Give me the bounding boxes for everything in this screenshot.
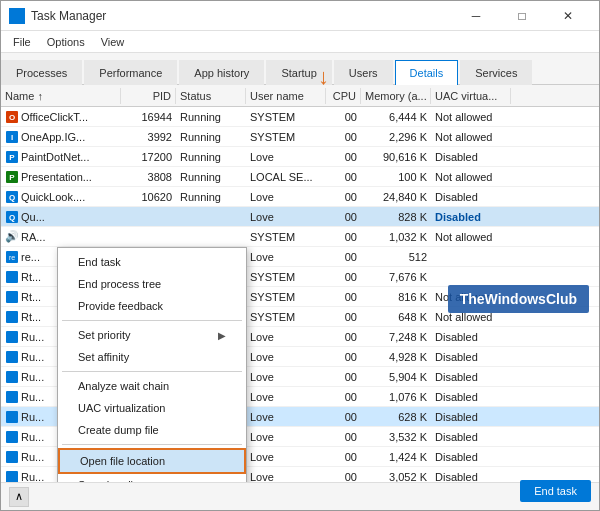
tab-services[interactable]: Services: [460, 60, 532, 85]
process-icon: [5, 470, 19, 483]
col-header-status[interactable]: Status: [176, 88, 246, 104]
svg-rect-28: [6, 471, 18, 483]
cell-user: LOCAL SE...: [246, 170, 326, 184]
status-arrow-left[interactable]: ∧: [9, 487, 29, 507]
cell-name: 🔊 RA...: [1, 229, 121, 245]
ctx-end-task[interactable]: End task: [58, 251, 246, 273]
cell-user: Love: [246, 150, 326, 164]
svg-rect-25: [6, 411, 18, 423]
end-task-button[interactable]: End task: [520, 480, 591, 502]
menu-view[interactable]: View: [93, 34, 133, 50]
process-icon: [5, 350, 19, 364]
cell-memory: 828 K: [361, 210, 431, 224]
cell-cpu: 00: [326, 210, 361, 224]
cell-name: P PaintDotNet...: [1, 149, 121, 165]
cell-pid: 3992: [121, 130, 176, 144]
cell-user: SYSTEM: [246, 110, 326, 124]
ctx-search-online[interactable]: Search online: [58, 474, 246, 482]
table-area: Name ↑ PID Status User name CPU Memory (…: [1, 85, 599, 482]
cell-cpu: 00: [326, 150, 361, 164]
table-row[interactable]: P Presentation... 3808 Running LOCAL SE.…: [1, 167, 599, 187]
cell-cpu: 00: [326, 110, 361, 124]
cell-memory: 1,076 K: [361, 390, 431, 404]
cell-user: Love: [246, 390, 326, 404]
cell-memory: 816 K: [361, 290, 431, 304]
cell-user: Love: [246, 470, 326, 483]
cell-status: Running: [176, 110, 246, 124]
table-row[interactable]: I OneApp.IG... 3992 Running SYSTEM 00 2,…: [1, 127, 599, 147]
cell-memory: 3,532 K: [361, 430, 431, 444]
cell-uac: Disabled: [431, 210, 511, 224]
process-icon: [5, 430, 19, 444]
ctx-end-process-tree[interactable]: End process tree: [58, 273, 246, 295]
cell-uac: Disabled: [431, 370, 511, 384]
col-header-pid[interactable]: PID: [121, 88, 176, 104]
cell-cpu: 00: [326, 450, 361, 464]
cell-user: SYSTEM: [246, 130, 326, 144]
cell-user: Love: [246, 430, 326, 444]
table-row[interactable]: P PaintDotNet... 17200 Running Love 00 9…: [1, 147, 599, 167]
cell-user: Love: [246, 190, 326, 204]
svg-text:P: P: [9, 173, 15, 182]
col-header-name[interactable]: Name ↑: [1, 88, 121, 104]
svg-rect-2: [11, 17, 16, 22]
cell-user: Love: [246, 370, 326, 384]
table-row-selected[interactable]: Q Qu... Love 00 828 K Disabled: [1, 207, 599, 227]
table-row[interactable]: 🔊 RA... SYSTEM 00 1,032 K Not allowed: [1, 227, 599, 247]
ctx-create-dump-file[interactable]: Create dump file: [58, 419, 246, 441]
cell-status: [176, 216, 246, 218]
ctx-set-affinity[interactable]: Set affinity: [58, 346, 246, 368]
process-icon: [5, 370, 19, 384]
minimize-button[interactable]: ─: [453, 1, 499, 31]
menu-bar: File Options View: [1, 31, 599, 53]
ctx-analyze-wait-chain[interactable]: Analyze wait chain: [58, 375, 246, 397]
svg-rect-21: [6, 331, 18, 343]
tab-app-history[interactable]: App history: [179, 60, 264, 85]
tab-details[interactable]: Details: [395, 60, 459, 85]
cell-memory: 3,052 K: [361, 470, 431, 483]
ctx-uac-virtualization[interactable]: UAC virtualization: [58, 397, 246, 419]
status-bar: ∧ End task: [1, 482, 599, 510]
menu-file[interactable]: File: [5, 34, 39, 50]
tab-processes[interactable]: Processes: [1, 60, 82, 85]
app-icon: [9, 8, 25, 24]
cell-cpu: 00: [326, 410, 361, 424]
cell-user: Love: [246, 410, 326, 424]
cell-cpu: 00: [326, 290, 361, 304]
cell-cpu: 00: [326, 350, 361, 364]
menu-options[interactable]: Options: [39, 34, 93, 50]
close-button[interactable]: ✕: [545, 1, 591, 31]
col-header-memory[interactable]: Memory (a...: [361, 88, 431, 104]
maximize-button[interactable]: □: [499, 1, 545, 31]
process-icon: P: [5, 170, 19, 184]
table-header: Name ↑ PID Status User name CPU Memory (…: [1, 85, 599, 107]
arrow-indicator: ↓: [318, 64, 329, 90]
process-icon: P: [5, 150, 19, 164]
col-header-user[interactable]: User name: [246, 88, 326, 104]
col-header-cpu[interactable]: CPU: [326, 88, 361, 104]
ctx-open-file-location[interactable]: Open file location: [58, 448, 246, 474]
ctx-provide-feedback[interactable]: Provide feedback: [58, 295, 246, 317]
tab-performance[interactable]: Performance: [84, 60, 177, 85]
table-row[interactable]: Q QuickLook.... 10620 Running Love 00 24…: [1, 187, 599, 207]
cell-uac: Disabled: [431, 150, 511, 164]
cell-user: SYSTEM: [246, 230, 326, 244]
cell-cpu: 00: [326, 130, 361, 144]
svg-text:P: P: [9, 153, 15, 162]
cell-uac: Not allowed: [431, 130, 511, 144]
cell-memory: 24,840 K: [361, 190, 431, 204]
ctx-set-priority[interactable]: Set priority ▶: [58, 324, 246, 346]
cell-name: I OneApp.IG...: [1, 129, 121, 145]
context-menu: End task End process tree Provide feedba…: [57, 247, 247, 482]
process-icon: [5, 310, 19, 324]
col-header-uac[interactable]: UAC virtua...: [431, 88, 511, 104]
tab-users[interactable]: Users: [334, 60, 393, 85]
cell-uac: Disabled: [431, 330, 511, 344]
tab-bar: Processes Performance App history Startu…: [1, 53, 599, 85]
cell-memory: 4,928 K: [361, 350, 431, 364]
cell-uac: Disabled: [431, 390, 511, 404]
table-row[interactable]: O OfficeClickT... 16944 Running SYSTEM 0…: [1, 107, 599, 127]
cell-pid: 17200: [121, 150, 176, 164]
svg-text:O: O: [9, 113, 15, 122]
svg-rect-23: [6, 371, 18, 383]
